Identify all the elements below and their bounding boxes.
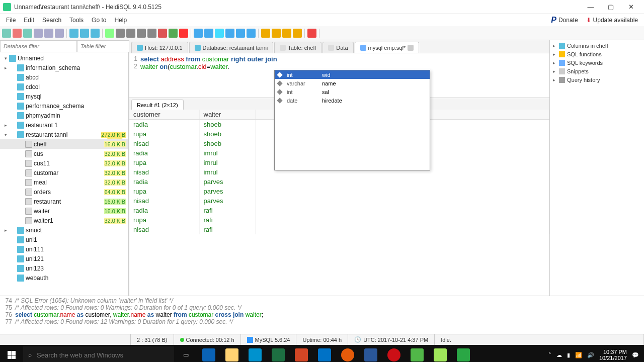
cell[interactable]: shoeb <box>199 120 255 130</box>
cell[interactable]: shoeb <box>199 139 255 148</box>
autocomplete-popup[interactable]: intwidvarcharnameintsaldatehiredate <box>274 70 430 170</box>
cell[interactable]: radia <box>129 206 199 215</box>
tree-item-restaurant[interactable]: restaurant16.0 KiB <box>0 197 128 206</box>
expand-icon[interactable]: ▸ <box>551 52 557 57</box>
toolbar-btn-11[interactable] <box>105 29 114 38</box>
taskbar-app-word[interactable] <box>359 345 382 362</box>
tree-item-meal[interactable]: meal32.0 KiB <box>0 177 128 187</box>
toolbar-btn-28[interactable] <box>272 29 281 38</box>
cell[interactable]: radia <box>129 177 199 187</box>
toolbar-btn-14[interactable] <box>137 29 146 38</box>
database-filter-input[interactable] <box>0 40 77 52</box>
update-available-link[interactable]: ⬇Update available <box>582 17 642 24</box>
autocomplete-item-name[interactable]: varcharname <box>275 79 430 87</box>
toolbar-btn-0[interactable] <box>2 29 11 38</box>
toolbar-btn-32[interactable] <box>307 29 316 38</box>
toolbar-btn-5[interactable] <box>55 29 64 38</box>
toolbar-btn-23[interactable] <box>225 29 234 38</box>
toolbar-btn-18[interactable] <box>179 29 188 38</box>
tray-onedrive-icon[interactable]: ☁ <box>556 352 562 358</box>
taskbar-app-np[interactable] <box>429 345 452 362</box>
tree-item-cdcol[interactable]: cdcol <box>0 82 128 92</box>
tree-item-waiter[interactable]: waiter16.0 KiB <box>0 206 128 216</box>
tree-item-restaurant-1[interactable]: ▸restaurant 1 <box>0 120 128 130</box>
taskbar-app-heidi[interactable] <box>452 345 475 362</box>
start-button[interactable] <box>0 345 23 362</box>
cell[interactable]: nisad <box>129 167 199 177</box>
expand-icon[interactable]: ▸ <box>551 43 557 48</box>
toolbar-btn-30[interactable] <box>293 29 302 38</box>
expand-icon[interactable]: ▸ <box>2 228 9 233</box>
cell[interactable]: radia <box>129 148 199 158</box>
toolbar-btn-15[interactable] <box>147 29 156 38</box>
menu-help[interactable]: Help <box>110 16 131 25</box>
tree-item-webauth[interactable]: webauth <box>0 273 128 283</box>
tree-item-uni121[interactable]: uni121 <box>0 254 128 263</box>
tab-mysql-emp-sql-[interactable]: mysql emp.sql* <box>355 42 420 53</box>
cell[interactable]: rupa <box>129 215 199 225</box>
maximize-button[interactable]: ▢ <box>601 0 621 14</box>
taskbar-app-ff[interactable] <box>336 345 359 362</box>
tree-item-cheff[interactable]: cheff16.0 KiB <box>0 139 128 149</box>
taskbar-app-excel[interactable] <box>267 345 290 362</box>
rightpanel-Snippets[interactable]: ▸Snippets <box>551 67 643 75</box>
tree-item-performance_schema[interactable]: performance_schema <box>0 101 128 111</box>
toolbar-btn-4[interactable] <box>44 29 53 38</box>
toolbar-btn-27[interactable] <box>261 29 270 38</box>
tree-item-uni1[interactable]: uni1 <box>0 235 128 244</box>
taskbar-app-folder[interactable] <box>220 345 244 362</box>
expand-icon[interactable]: ▾ <box>2 132 9 137</box>
cell[interactable]: radia <box>129 120 199 130</box>
tree-item-waiter1[interactable]: waiter132.0 KiB <box>0 216 128 225</box>
table-row[interactable]: nisadrafi <box>129 225 549 234</box>
toolbar-btn-3[interactable] <box>34 29 43 38</box>
cell[interactable]: parves <box>199 177 255 187</box>
minimize-button[interactable]: — <box>581 0 601 14</box>
tree-item-mysql[interactable]: mysql <box>0 92 128 101</box>
tray-volume-icon[interactable]: 🔊 <box>587 352 594 358</box>
rightpanel-Columns-in-cheff[interactable]: ▸Columns in cheff <box>551 41 643 50</box>
autocomplete-item-hiredate[interactable]: datehiredate <box>275 96 430 105</box>
menu-tools[interactable]: Tools <box>65 16 88 25</box>
cell[interactable]: rupa <box>129 158 199 167</box>
tree-item-smuct[interactable]: ▸smuct <box>0 225 128 235</box>
expand-icon[interactable]: ▸ <box>551 69 557 74</box>
cell[interactable]: nisad <box>129 139 199 148</box>
tree-item-cus11[interactable]: cus1132.0 KiB <box>0 158 128 168</box>
cell[interactable]: nisad <box>129 196 199 206</box>
tree-item-abcd[interactable]: abcd <box>0 72 128 82</box>
tree-item-customar[interactable]: customar32.0 KiB <box>0 168 128 177</box>
toolbar-btn-16[interactable] <box>158 29 167 38</box>
expand-icon[interactable]: ▸ <box>2 65 9 70</box>
tab-Table-cheff[interactable]: Table: cheff <box>274 42 321 53</box>
toolbar-btn-22[interactable] <box>215 29 224 38</box>
tree-item-uni123[interactable]: uni123 <box>0 263 128 273</box>
taskbar-app-ie[interactable] <box>197 345 220 362</box>
tray-wifi-icon[interactable]: 📶 <box>575 352 582 358</box>
menu-file[interactable]: File <box>2 16 20 25</box>
cell[interactable]: rupa <box>129 129 199 139</box>
toolbar-btn-2[interactable] <box>23 29 32 38</box>
tab-Data[interactable]: Data <box>323 42 353 53</box>
toolbar-btn-17[interactable] <box>169 29 178 38</box>
table-row[interactable]: radiaparves <box>129 177 549 187</box>
tab-Host-127-0-0-1[interactable]: Host: 127.0.0.1 <box>131 42 188 53</box>
cell[interactable]: parves <box>199 187 255 196</box>
table-row[interactable]: rupaparves <box>129 187 549 196</box>
toolbar-btn-12[interactable] <box>116 29 125 38</box>
table-row[interactable]: radiarafi <box>129 206 549 215</box>
tree-item-orders[interactable]: orders64.0 KiB <box>0 187 128 197</box>
tree-item-phpmyadmin[interactable]: phpmyadmin <box>0 111 128 120</box>
taskbar-app-store[interactable] <box>244 345 267 362</box>
toolbar-btn-29[interactable] <box>282 29 291 38</box>
tree-item-cus[interactable]: cus32.0 KiB <box>0 149 128 158</box>
menu-search[interactable]: Search <box>38 16 65 25</box>
tray-battery-icon[interactable]: ▮ <box>567 352 570 358</box>
tree-item-restaurant-tanni[interactable]: ▾restaurant tanni272.0 KiB <box>0 130 128 139</box>
toolbar-btn-1[interactable] <box>13 29 22 38</box>
toolbar-btn-25[interactable] <box>247 29 256 38</box>
rightpanel-SQL-keywords[interactable]: ▸SQL keywords <box>551 58 643 67</box>
tab-Database-restaurant-tanni[interactable]: Database: restaurant tanni <box>189 42 274 53</box>
task-view-button[interactable]: ▭ <box>174 345 197 362</box>
expand-icon[interactable]: ▸ <box>551 60 557 65</box>
